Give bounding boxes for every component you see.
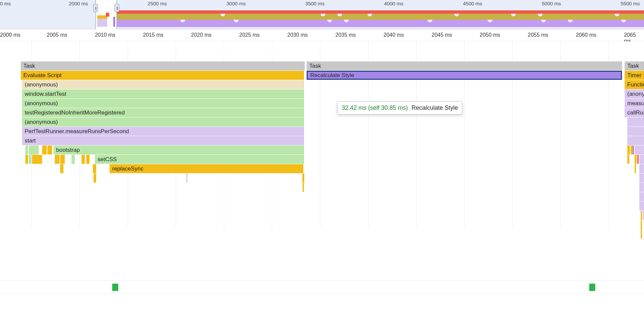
flame-entry[interactable]: callRunAndMeasure xyxy=(625,108,644,117)
flame-entry[interactable] xyxy=(82,155,85,164)
flame-entry[interactable] xyxy=(302,174,304,183)
flame-entry[interactable] xyxy=(29,145,39,154)
flame-entry[interactable]: (anonymous) xyxy=(625,89,644,98)
flame-entry[interactable] xyxy=(60,164,63,173)
flame-entry[interactable] xyxy=(71,155,75,164)
flame-entry[interactable] xyxy=(637,155,639,164)
ruler-tick: 2040 ms xyxy=(383,32,404,38)
flame-entry[interactable] xyxy=(639,183,644,192)
overview-tick: 5500 ms xyxy=(621,1,640,6)
overview-tick: 2500 ms xyxy=(148,1,167,6)
flame-ruler[interactable]: 2000 ms2005 ms2010 ms2015 ms2020 ms2025 … xyxy=(0,29,644,41)
flame-entry[interactable] xyxy=(639,155,644,164)
flame-entry[interactable] xyxy=(627,136,644,145)
ruler-tick: 2060 ms xyxy=(576,32,596,38)
tooltip-time: 32.42 ms (self 30.85 ms) xyxy=(342,104,408,111)
flame-tooltip: 32.42 ms (self 30.85 ms) Recalculate Sty… xyxy=(337,101,462,114)
flame-entry[interactable]: (anonymous) xyxy=(22,117,304,126)
flame-entry[interactable]: Evaluate Script xyxy=(21,71,304,80)
flame-entry[interactable] xyxy=(627,155,629,164)
flame-entry[interactable]: window.startTest xyxy=(22,89,304,98)
flame-entry[interactable] xyxy=(303,183,304,192)
flame-entry[interactable] xyxy=(639,192,644,201)
flame-entry[interactable] xyxy=(94,174,96,183)
flame-entry[interactable]: start xyxy=(22,136,304,145)
ruler-tick: 2055 ms xyxy=(528,32,548,38)
flame-entry[interactable] xyxy=(627,127,644,136)
footer-mark xyxy=(589,284,595,291)
overview-tick: 3500 ms xyxy=(305,1,325,6)
flame-entry[interactable] xyxy=(25,145,28,154)
ruler-tick: 2050 ms xyxy=(480,32,500,38)
flame-entry[interactable] xyxy=(86,155,90,164)
flame-entry[interactable] xyxy=(25,155,28,164)
overview-handle-left[interactable]: || xyxy=(93,4,98,12)
ruler-tick: 2025 ms xyxy=(239,32,260,38)
timeline-overview[interactable]: 0 ms2000 ms2500 ms3000 ms3500 ms4000 ms4… xyxy=(0,0,644,29)
flame-entry[interactable] xyxy=(641,230,642,239)
flame-entry[interactable] xyxy=(633,145,634,154)
tooltip-name: Recalculate Style xyxy=(412,104,458,111)
flame-entry-selected[interactable]: Recalculate Style xyxy=(307,71,622,80)
flame-entry[interactable] xyxy=(55,155,59,164)
flame-entry[interactable]: setCSS xyxy=(95,155,304,164)
flame-entry[interactable] xyxy=(643,211,644,220)
flame-entry[interactable]: Task xyxy=(625,61,644,70)
overview-tick: 3000 ms xyxy=(226,1,246,6)
flame-entry[interactable] xyxy=(32,155,42,164)
flame-entry[interactable] xyxy=(639,164,644,173)
flame-entry[interactable] xyxy=(29,155,31,164)
flame-entry[interactable] xyxy=(635,145,644,154)
ruler-tick: 2015 ms xyxy=(143,32,163,38)
ruler-tick: 2035 ms xyxy=(335,32,356,38)
overview-tick: 2000 ms xyxy=(69,1,88,6)
ruler-tick: 2000 ms xyxy=(0,32,20,38)
flame-entry[interactable]: Task xyxy=(21,61,305,70)
flame-entry[interactable] xyxy=(47,145,52,154)
flame-entry[interactable]: Timer Fired xyxy=(625,71,644,80)
flame-chart[interactable]: TaskEvaluate Script(anonymous)window.sta… xyxy=(0,41,644,228)
flame-entry[interactable] xyxy=(641,211,642,220)
ruler-tick: 2030 ms xyxy=(287,32,308,38)
flame-entry[interactable]: (anonymous) xyxy=(22,99,304,108)
overview-band-loading xyxy=(117,10,644,14)
flame-entry[interactable] xyxy=(627,145,630,154)
flame-entry[interactable] xyxy=(93,164,96,173)
flame-entry[interactable] xyxy=(60,155,65,164)
ruler-tick: 2045 ms xyxy=(432,32,452,38)
flame-entry[interactable] xyxy=(635,155,637,164)
footer-mark xyxy=(112,284,118,291)
flame-entry[interactable] xyxy=(641,220,642,229)
overview-band-rendering xyxy=(117,20,644,27)
overview-tick: 4000 ms xyxy=(384,1,404,6)
overview-tick: 4500 ms xyxy=(463,1,482,6)
overview-tick: 0 ms xyxy=(0,1,11,6)
flame-entry[interactable] xyxy=(627,117,644,126)
overview-mini-block xyxy=(106,13,109,17)
flame-entry[interactable]: Task xyxy=(307,61,622,70)
ruler-tick: 2020 ms xyxy=(191,32,211,38)
flame-entry[interactable] xyxy=(42,145,47,154)
ruler-tick: 2010 ms xyxy=(95,32,115,38)
flame-entry[interactable]: Function Call xyxy=(625,80,644,89)
overview-tick: 5000 ms xyxy=(542,1,561,6)
flame-entry[interactable] xyxy=(186,174,187,183)
flame-entry[interactable]: measureRunsPerSecond xyxy=(625,99,644,108)
footer-strip xyxy=(0,280,644,294)
flame-entry[interactable]: PerfTestRunner.measureRunsPerSecond xyxy=(22,127,304,136)
ruler-tick: 2005 ms xyxy=(47,32,67,38)
flame-entry[interactable]: (anonymous) xyxy=(22,80,304,89)
flame-entry[interactable] xyxy=(635,164,636,173)
flame-entry[interactable] xyxy=(639,174,644,183)
flame-entry[interactable]: testRegisteredNoInheritMoreRegistered xyxy=(22,108,304,117)
overview-mini-block xyxy=(113,17,115,27)
flame-entry[interactable] xyxy=(639,202,644,211)
overview-handle-right[interactable]: || xyxy=(115,4,119,12)
flame-entry[interactable]: bootstrap xyxy=(53,145,304,154)
flame-entry[interactable]: replaceSync xyxy=(110,164,303,173)
overview-viewport-window[interactable]: || || xyxy=(96,0,117,29)
